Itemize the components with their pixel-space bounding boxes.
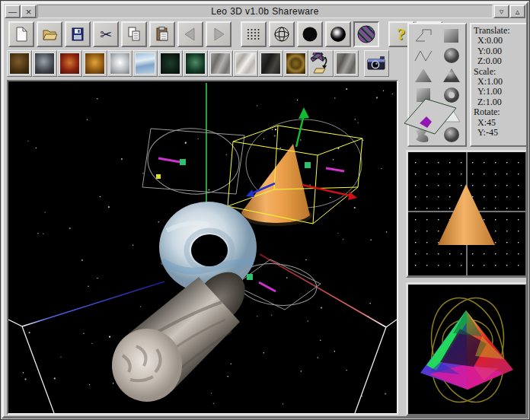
texture-swatch (260, 52, 281, 75)
camera-icon (366, 52, 387, 73)
pyramid-icon (413, 67, 433, 84)
texture-steel-sphere[interactable] (32, 50, 57, 77)
dash-icon: — (8, 7, 17, 16)
new-button[interactable] (8, 21, 34, 47)
rgb-pyramid (420, 310, 513, 390)
wireframe-mode-button[interactable] (269, 21, 295, 47)
copy-button[interactable] (121, 21, 147, 47)
texture-brown-sphere[interactable] (7, 50, 32, 77)
scale-y: Y:1.00 (474, 87, 526, 97)
main-viewport[interactable] (7, 80, 398, 415)
clipboard-icon (153, 25, 171, 43)
orientation-scene (408, 285, 525, 414)
front-view-scene (408, 152, 525, 275)
translate-x: X:0.00 (474, 36, 526, 46)
gizmo-handle[interactable] (247, 274, 253, 280)
texture-dark-stone[interactable] (258, 50, 283, 77)
texture-toolbar (7, 50, 389, 78)
app-window: — × Leo 3D v1.0b Shareware ▿ ▵ (0, 0, 530, 420)
sphere-icon (442, 47, 461, 64)
texture-silver-sphere[interactable] (107, 50, 132, 77)
dot-grid-icon (244, 25, 263, 43)
open-folder-icon (40, 25, 59, 43)
shaded-sphere-icon (329, 25, 347, 43)
scale-z: Z:1.00 (474, 97, 526, 107)
texture-swatch (336, 52, 356, 75)
texture-gray-marble[interactable] (208, 50, 233, 77)
tool-cone[interactable] (440, 66, 463, 84)
solid-mode-button[interactable] (297, 21, 323, 47)
front-view-panel[interactable] (406, 150, 528, 278)
window-menu-button[interactable]: — (5, 5, 21, 18)
texture-green-glow[interactable] (183, 50, 208, 77)
scissors-icon: ✂ (100, 27, 112, 42)
apply-texture-button[interactable] (308, 50, 334, 77)
scene-3d[interactable] (8, 81, 397, 413)
texture-white-marble[interactable] (233, 50, 258, 77)
texture-swatch (160, 52, 180, 75)
x-axis-arrow (348, 192, 357, 200)
apply-texture-icon (311, 52, 331, 75)
draw-line-icon (413, 27, 433, 44)
cone-object[interactable] (228, 107, 362, 226)
arrow-left-icon (181, 25, 200, 43)
paste-button[interactable] (149, 21, 175, 47)
rotate-x: X:45 (474, 118, 526, 128)
polyline-icon (413, 47, 433, 64)
window-maximize-button[interactable]: ▵ (509, 5, 525, 18)
scale-label: Scale: (474, 67, 526, 77)
snapshot-button[interactable] (364, 50, 389, 77)
tool-cube-solid[interactable] (440, 27, 463, 45)
triangle-up-icon: ▵ (516, 7, 520, 17)
window-title: Leo 3D v1.0b Shareware (37, 5, 493, 18)
window-close-button[interactable]: × (21, 5, 37, 18)
cube-icon (442, 27, 461, 44)
textured-mode-button[interactable] (353, 21, 379, 47)
texture-red-sphere[interactable] (57, 50, 82, 77)
tool-draw-polyline[interactable] (412, 46, 435, 65)
orientation-panel[interactable] (406, 282, 528, 416)
title-bar[interactable]: — × Leo 3D v1.0b Shareware ▿ ▵ (5, 5, 525, 18)
window-shade-button[interactable]: ▿ (493, 5, 509, 18)
save-button[interactable] (65, 21, 91, 47)
texture-swatch (85, 52, 105, 75)
new-file-icon (12, 25, 30, 43)
tool-sphere[interactable] (440, 46, 463, 65)
z-axis-arrow (246, 189, 254, 197)
tool-draw-line[interactable] (412, 27, 435, 45)
tool-pyramid[interactable] (412, 66, 435, 84)
texture-gold-sphere[interactable] (82, 50, 107, 77)
texture-swatch (286, 52, 306, 75)
rotate-y: Y:-45 (474, 128, 526, 138)
triangle-down-icon: ▿ (500, 7, 504, 17)
gizmo-handle (305, 162, 311, 168)
texture-gray-marble-2[interactable] (334, 50, 359, 77)
points-mode-button[interactable] (241, 21, 267, 47)
texture-swatch (235, 52, 256, 75)
texture-swatch (34, 52, 55, 75)
arrow-right-icon (209, 25, 228, 43)
next-button[interactable] (206, 21, 231, 47)
gizmo-corner-handle[interactable] (156, 174, 161, 179)
previous-button[interactable] (177, 21, 203, 47)
gizmo-handle[interactable] (180, 159, 186, 165)
tool-palette (407, 23, 467, 147)
texture-gold-swirl[interactable] (283, 50, 308, 77)
texture-swatch (110, 52, 130, 75)
texture-sky-clouds[interactable] (132, 50, 158, 77)
texture-swatch (210, 52, 231, 75)
texture-swatch (185, 52, 206, 75)
texture-swatch (59, 52, 80, 75)
rotate-label: Rotate: (474, 107, 526, 117)
textured-sphere-icon (356, 24, 376, 44)
wire-sphere-icon (273, 25, 291, 43)
shaded-mode-button[interactable] (325, 21, 351, 47)
cut-button[interactable]: ✂ (93, 21, 119, 47)
active-tool-free-surface[interactable] (400, 94, 461, 142)
texture-dark-green[interactable] (158, 50, 183, 77)
transform-info-panel: Translate: X:0.00 Y:0.00 Z:0.00 Scale: X… (470, 23, 528, 147)
cone-icon (442, 67, 461, 84)
copy-icon (125, 25, 143, 43)
open-button[interactable] (37, 21, 62, 47)
cone-front-view (438, 184, 495, 245)
